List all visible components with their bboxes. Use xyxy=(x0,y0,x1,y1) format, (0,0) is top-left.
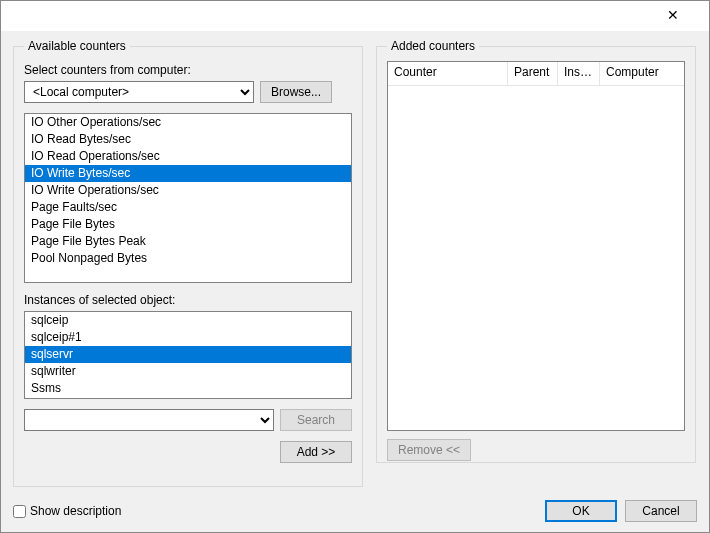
list-item[interactable]: IO Write Bytes/sec xyxy=(25,165,351,182)
list-item[interactable]: IO Write Operations/sec xyxy=(25,182,351,199)
added-counters-group: Added counters Counter Parent Inst... Co… xyxy=(376,39,696,463)
list-item[interactable]: IO Read Operations/sec xyxy=(25,148,351,165)
list-item[interactable]: sqlceip#1 xyxy=(25,329,351,346)
available-legend: Available counters xyxy=(24,39,130,53)
counters-listbox[interactable]: IO Other Operations/secIO Read Bytes/sec… xyxy=(24,113,352,283)
search-button[interactable]: Search xyxy=(280,409,352,431)
list-item[interactable]: IO Other Operations/sec xyxy=(25,114,351,131)
search-input[interactable] xyxy=(24,409,274,431)
col-parent[interactable]: Parent xyxy=(508,62,558,85)
list-item[interactable]: Pool Nonpaged Bytes xyxy=(25,250,351,267)
instances-label: Instances of selected object: xyxy=(24,293,352,307)
show-description-checkbox[interactable]: Show description xyxy=(13,504,121,518)
added-table[interactable]: Counter Parent Inst... Computer xyxy=(387,61,685,431)
list-item[interactable]: Page File Bytes Peak xyxy=(25,233,351,250)
list-item[interactable]: sqlceip xyxy=(25,312,351,329)
select-computer-label: Select counters from computer: xyxy=(24,63,352,77)
add-button[interactable]: Add >> xyxy=(280,441,352,463)
col-inst[interactable]: Inst... xyxy=(558,62,600,85)
list-item[interactable]: sqlservr xyxy=(25,346,351,363)
show-description-input[interactable] xyxy=(13,505,26,518)
col-computer[interactable]: Computer xyxy=(600,62,684,85)
col-counter[interactable]: Counter xyxy=(388,62,508,85)
instances-listbox[interactable]: sqlceipsqlceip#1sqlservrsqlwriterSsmsSta… xyxy=(24,311,352,399)
cancel-button[interactable]: Cancel xyxy=(625,500,697,522)
browse-button[interactable]: Browse... xyxy=(260,81,332,103)
added-legend: Added counters xyxy=(387,39,479,53)
list-item[interactable]: Ssms xyxy=(25,380,351,397)
list-item[interactable]: IO Read Bytes/sec xyxy=(25,131,351,148)
list-item[interactable]: Page File Bytes xyxy=(25,216,351,233)
ok-button[interactable]: OK xyxy=(545,500,617,522)
show-description-label: Show description xyxy=(30,504,121,518)
computer-select[interactable]: <Local computer> xyxy=(24,81,254,103)
remove-button[interactable]: Remove << xyxy=(387,439,471,461)
close-icon[interactable]: ✕ xyxy=(637,1,709,29)
available-counters-group: Available counters Select counters from … xyxy=(13,39,363,487)
list-item[interactable]: StandardCollector.Service xyxy=(25,397,351,399)
list-item[interactable]: Page Faults/sec xyxy=(25,199,351,216)
list-item[interactable]: sqlwriter xyxy=(25,363,351,380)
